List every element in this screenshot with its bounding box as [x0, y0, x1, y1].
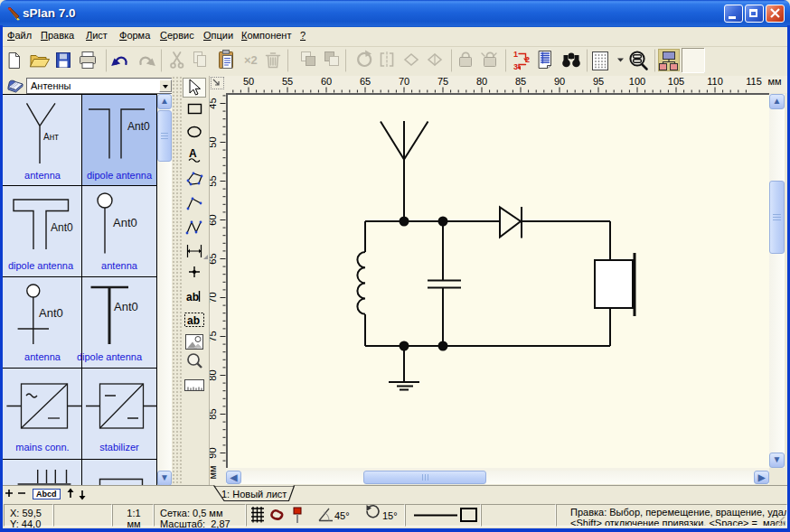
- svg-text:75: 75: [210, 331, 218, 341]
- svg-text:dipole antenna: dipole antenna: [8, 260, 74, 271]
- svg-text:A: A: [189, 147, 197, 160]
- svg-text:3: 3: [513, 62, 518, 71]
- svg-text:60: 60: [210, 214, 218, 225]
- svg-text:45: 45: [210, 98, 218, 108]
- svg-text:85: 85: [210, 408, 218, 419]
- svg-text:Ант: Ант: [43, 132, 59, 142]
- svg-text:мм: мм: [210, 465, 218, 479]
- svg-text:ab: ab: [186, 291, 199, 303]
- svg-text:dipole antenna: dipole antenna: [77, 351, 143, 362]
- svg-text:dipole antenna: dipole antenna: [87, 170, 153, 181]
- svg-text:Ant0: Ant0: [39, 306, 63, 320]
- svg-text:antenna: antenna: [24, 170, 61, 181]
- svg-text:Abcd: Abcd: [36, 490, 57, 499]
- svg-text:antenna: antenna: [101, 260, 138, 271]
- svg-text:1: 1: [513, 50, 518, 59]
- svg-text:ab: ab: [187, 314, 200, 327]
- svg-text:65: 65: [210, 253, 218, 264]
- svg-text:90: 90: [210, 447, 218, 458]
- svg-text:stabilizer: stabilizer: [99, 442, 139, 453]
- svg-text:mains conn.: mains conn.: [15, 442, 69, 453]
- svg-text:50: 50: [210, 136, 218, 147]
- svg-text:80: 80: [210, 369, 218, 380]
- svg-text:×2: ×2: [244, 53, 258, 67]
- svg-text:55: 55: [210, 175, 218, 186]
- svg-text:Ant0: Ant0: [114, 300, 138, 313]
- svg-text:70: 70: [210, 292, 218, 303]
- svg-text:Ant0: Ant0: [113, 216, 137, 229]
- svg-text:antenna: antenna: [24, 351, 61, 362]
- svg-text:Ant0: Ant0: [127, 120, 150, 133]
- svg-text:Ant0: Ant0: [51, 221, 73, 234]
